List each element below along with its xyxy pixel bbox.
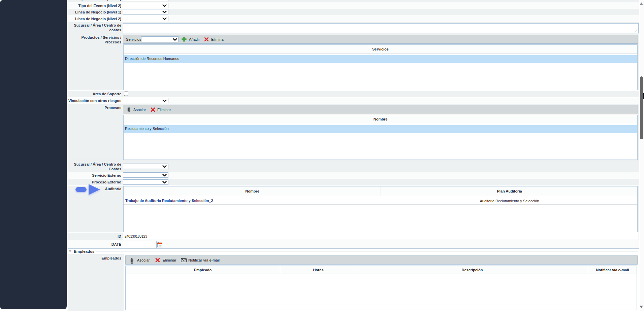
svg-text:15: 15 [158,244,161,247]
